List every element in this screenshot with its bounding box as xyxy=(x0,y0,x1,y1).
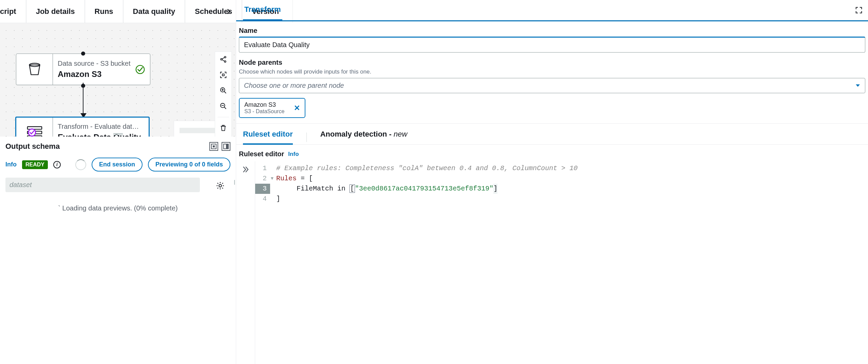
code-eq-bracket: = [ xyxy=(297,175,313,182)
node-subtitle: Data source - S3 bucket xyxy=(58,60,145,67)
loading-spinner-icon xyxy=(75,159,86,170)
name-label: Name xyxy=(239,27,865,35)
svg-rect-9 xyxy=(222,74,224,76)
svg-rect-4 xyxy=(27,136,41,137)
tab-transform[interactable]: Transform xyxy=(243,0,282,21)
job-tabs-bar: cript Job details Runs Data quality Sche… xyxy=(0,0,236,23)
canvas-resize-handle[interactable] xyxy=(113,133,123,135)
svg-point-16 xyxy=(219,185,222,187)
tab-job-details[interactable]: Job details xyxy=(26,0,85,23)
node-subtitle: Transform - Evaluate dat… xyxy=(58,123,144,130)
transform-subtabs: Ruleset editor Anomaly detection - new xyxy=(236,124,868,145)
tab-data-quality[interactable]: Data quality xyxy=(123,0,185,23)
node-parents-hint: Choose which nodes will provide inputs f… xyxy=(239,68,865,75)
layout-split-icon[interactable] xyxy=(209,142,218,151)
visual-canvas[interactable]: Data source - S3 bucket Amazon S3 xyxy=(0,23,236,137)
svg-rect-15 xyxy=(226,144,228,149)
ruleset-info-link[interactable]: Info xyxy=(288,151,299,158)
settings-gear-icon[interactable] xyxy=(215,180,226,191)
node-transform-evaluate-dq[interactable]: Transform - Evaluate dat… Evaluate Data … xyxy=(15,117,150,137)
code-filematch: FileMatch xyxy=(297,185,333,193)
subtab-anomaly-label: Anomaly detection - xyxy=(320,130,394,138)
ruleset-editor-heading: Ruleset editor xyxy=(239,150,284,158)
svg-rect-13 xyxy=(213,145,215,147)
svg-point-1 xyxy=(136,65,144,73)
end-session-button[interactable]: End session xyxy=(92,158,143,171)
layout-full-icon[interactable] xyxy=(222,142,230,151)
parent-chip-amazon-s3: Amazon S3 S3 - DataSource ✕ xyxy=(239,98,305,118)
zoom-out-icon[interactable] xyxy=(219,101,228,111)
share-icon[interactable] xyxy=(219,55,228,64)
dataset-filter-input[interactable]: dataset xyxy=(5,178,200,192)
output-schema-title: Output schema xyxy=(5,142,60,151)
tab-schedules[interactable]: Schedules xyxy=(185,0,242,23)
loading-text: ` Loading data previews. (0% complete) xyxy=(5,204,230,212)
chip-subtitle: S3 - DataSource xyxy=(244,108,284,115)
code-rules-keyword: Rules xyxy=(276,175,297,182)
output-schema-panel: Output schema Info READY i xyxy=(0,137,236,364)
code-line-4: ] xyxy=(276,194,280,204)
canvas-toolbar xyxy=(215,52,232,137)
node-parents-placeholder: Choose one or more parent node xyxy=(239,78,865,93)
node-title: Evaluate Data Quality xyxy=(58,133,144,137)
chevron-right-icon xyxy=(226,8,232,15)
pane-splitter-handle[interactable]: || xyxy=(234,179,234,185)
node-success-icon xyxy=(135,64,145,75)
code-line-1: # Example rules: Completeness "colA" bet… xyxy=(276,163,578,174)
editor-collapse-button[interactable] xyxy=(236,161,255,364)
preview-fields-button[interactable]: Previewing 0 of 0 fields xyxy=(148,158,230,171)
node-icon-cell xyxy=(16,54,53,85)
trash-icon[interactable] xyxy=(219,123,228,133)
subtab-anomaly-detection[interactable]: Anomaly detection - new xyxy=(320,130,408,144)
edge-line xyxy=(83,83,83,117)
expand-panel-icon[interactable] xyxy=(855,6,863,14)
subtab-ruleset-editor[interactable]: Ruleset editor xyxy=(243,130,293,145)
info-link[interactable]: Info xyxy=(5,161,17,168)
edge-port-top[interactable] xyxy=(81,52,85,56)
data-quality-icon xyxy=(26,125,43,137)
right-pane-tabs: Transform xyxy=(236,0,868,20)
node-icon-cell xyxy=(16,118,53,137)
code-in-keyword: in xyxy=(333,185,350,193)
svg-rect-2 xyxy=(27,126,41,129)
code-hash-string: "3ee0d8617ac041793154713e5ef8f319" xyxy=(355,185,493,193)
chip-remove-icon[interactable]: ✕ xyxy=(294,104,300,113)
subtab-new-tag: new xyxy=(394,130,407,138)
node-parents-select[interactable]: Choose one or more parent node xyxy=(239,78,865,93)
node-name-input[interactable] xyxy=(239,37,865,53)
caret-down-icon xyxy=(855,84,861,88)
tabs-scroll-right-button[interactable] xyxy=(224,7,233,16)
bucket-icon xyxy=(27,62,42,77)
node-parents-label: Node parents xyxy=(239,59,865,66)
node-data-source-s3[interactable]: Data source - S3 bucket Amazon S3 xyxy=(16,54,150,85)
chip-title: Amazon S3 xyxy=(244,101,284,108)
subtab-divider xyxy=(306,133,307,142)
node-title: Amazon S3 xyxy=(58,69,145,79)
tab-runs[interactable]: Runs xyxy=(85,0,123,23)
tab-script[interactable]: cript xyxy=(0,0,26,23)
fit-view-icon[interactable] xyxy=(219,70,228,80)
chevrons-right-icon xyxy=(242,165,250,174)
info-icon[interactable]: i xyxy=(53,161,61,168)
ruleset-code-editor[interactable]: 1 # Example rules: Completeness "colA" b… xyxy=(255,161,868,364)
ready-badge: READY xyxy=(22,160,48,169)
zoom-in-icon[interactable] xyxy=(219,86,228,95)
